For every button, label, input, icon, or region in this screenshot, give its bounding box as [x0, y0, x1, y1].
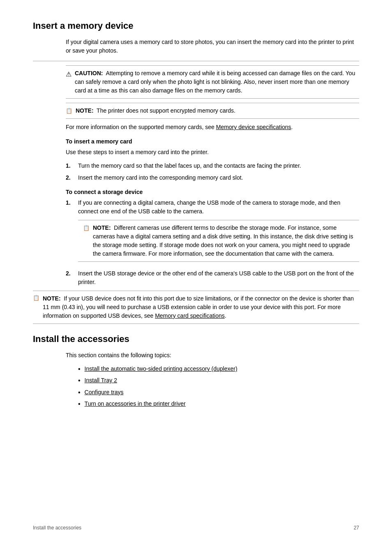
memory-card-specs-link[interactable]: Memory card specifications — [155, 312, 225, 319]
connect-step-content-1: If you are connecting a digital camera, … — [78, 199, 359, 266]
caution-body: Attempting to remove a memory card while… — [75, 70, 355, 94]
caution-block: ⚠ CAUTION: Attempting to remove a memory… — [66, 65, 359, 99]
bullet-link-4[interactable]: Turn on accessories in the printer drive… — [85, 400, 186, 408]
connect-step-num-1: 1. — [66, 199, 78, 266]
divider-1 — [33, 61, 359, 61]
section-title-install-accessories: Install the accessories — [33, 334, 359, 344]
connect-step-num-2: 2. — [66, 269, 78, 287]
caution-icon: ⚠ — [66, 69, 71, 79]
note-text-1: NOTE: The printer does not support encry… — [76, 106, 235, 115]
accessories-bullet-list: • Install the automatic two-sided printi… — [78, 365, 359, 409]
install-accessories-intro: This section contains the following topi… — [66, 351, 359, 360]
connect-step-text-1: If you are connecting a digital camera, … — [78, 199, 340, 215]
nested-note-content: NOTE: Different cameras use different te… — [93, 224, 354, 258]
page-number: 27 — [354, 525, 359, 531]
memory-device-specs-link[interactable]: Memory device specifications — [216, 124, 291, 130]
bullet-item-1: • Install the automatic two-sided printi… — [78, 365, 359, 374]
more-info-suffix: . — [291, 124, 293, 130]
note-block-1: 📋 NOTE: The printer does not support enc… — [66, 103, 359, 119]
bottom-note-inner: 📋 NOTE: If your USB device does not fit … — [33, 294, 359, 320]
nested-note-block: 📋 NOTE: Different cameras use different … — [78, 220, 359, 262]
bottom-note-content: NOTE: If your USB device does not fit in… — [43, 294, 359, 320]
note-label-1: NOTE: — [76, 107, 94, 114]
section-title-insert-memory: Insert a memory device — [33, 21, 359, 31]
caution-label: CAUTION: — [75, 70, 103, 76]
more-info-para: For more information on the supported me… — [66, 123, 359, 132]
nested-note-label: NOTE: — [93, 224, 111, 231]
subsection-heading-connect-storage: To connect a storage device — [66, 189, 359, 195]
step-text-2: Insert the memory card into the correspo… — [78, 173, 359, 182]
bullet-dot-1: • — [78, 365, 81, 374]
bullet-item-4: • Turn on accessories in the printer dri… — [78, 400, 359, 409]
nested-note-icon: 📋 — [83, 224, 90, 232]
bullet-link-2[interactable]: Install Tray 2 — [85, 376, 117, 385]
connect-storage-steps: 1. If you are connecting a digital camer… — [66, 199, 359, 287]
bottom-note-label: NOTE: — [43, 295, 61, 302]
bottom-note-icon: 📋 — [33, 295, 39, 301]
step-text-1: Turn the memory card so that the label f… — [78, 162, 359, 170]
subsection-heading-insert-card: To insert a memory card — [66, 138, 359, 145]
page: Insert a memory device If your digital c… — [0, 0, 392, 543]
insert-card-steps: 1. Turn the memory card so that the labe… — [66, 162, 359, 182]
bullet-dot-3: • — [78, 388, 81, 397]
connect-step-1: 1. If you are connecting a digital camer… — [66, 199, 359, 266]
bullet-link-3[interactable]: Configure trays — [85, 388, 124, 397]
bullet-dot-2: • — [78, 376, 81, 385]
more-info-prefix: For more information on the supported me… — [66, 124, 216, 130]
intro-paragraph: If your digital camera uses a memory car… — [66, 38, 359, 55]
bottom-note-suffix: . — [225, 312, 226, 319]
insert-card-step-2: 2. Insert the memory card into the corre… — [66, 173, 359, 182]
footer: Install the accessories 27 — [33, 525, 359, 531]
step-num-2: 2. — [66, 173, 78, 182]
connect-step-text-2: Insert the USB storage device or the oth… — [78, 269, 359, 287]
caution-text: CAUTION: Attempting to remove a memory c… — [75, 69, 359, 95]
bullet-item-2: • Install Tray 2 — [78, 376, 359, 385]
note-body-1: The printer does not support encrypted m… — [97, 107, 235, 114]
connect-step-2: 2. Insert the USB storage device or the … — [66, 269, 359, 287]
step-num-1: 1. — [66, 162, 78, 170]
bullet-link-1[interactable]: Install the automatic two-sided printing… — [85, 365, 238, 373]
note-icon-1: 📋 — [66, 107, 72, 115]
bullet-item-3: • Configure trays — [78, 388, 359, 397]
footer-left: Install the accessories — [33, 525, 81, 531]
insert-card-intro: Use these steps to insert a memory card … — [66, 148, 359, 157]
insert-card-step-1: 1. Turn the memory card so that the labe… — [66, 162, 359, 170]
nested-note-text: Different cameras use different terms to… — [93, 224, 353, 257]
bottom-note-block: 📋 NOTE: If your USB device does not fit … — [33, 291, 359, 324]
bullet-dot-4: • — [78, 400, 81, 409]
